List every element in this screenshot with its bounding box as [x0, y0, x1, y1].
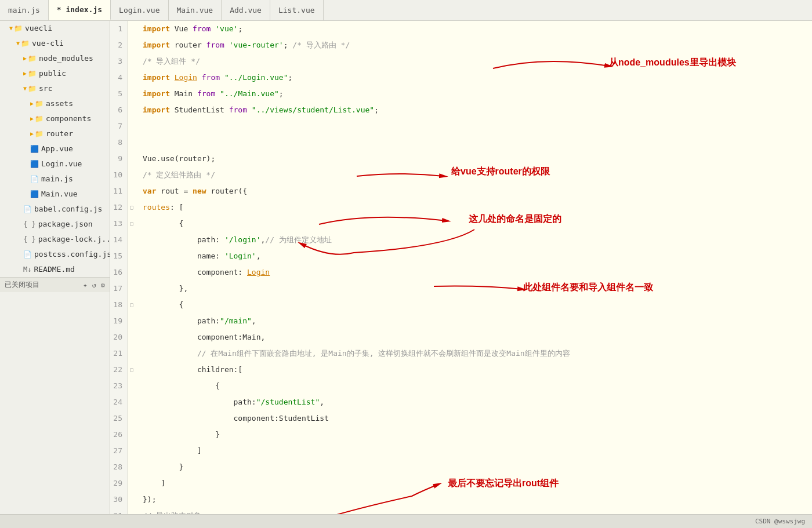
file-tree: ▼ 📁 vuecli ▼ 📁 vue-cli ▶ 📁 node_modules … [0, 21, 110, 277]
line-number: 14 [110, 232, 128, 248]
line-number: 27 [110, 443, 128, 459]
collapse-btn[interactable]: ▢ [128, 199, 136, 216]
sidebar-item-src[interactable]: ▼ 📁 src [0, 81, 110, 96]
code-editor[interactable]: 1import Vue from 'vue';2import router fr… [110, 21, 812, 514]
line-content: path:"/studentList", [136, 394, 324, 410]
code-line-27: 27 ] [110, 443, 812, 459]
line-content: // 导出路由对象 [136, 508, 201, 514]
line-content: component:Main, [136, 329, 265, 345]
sidebar-item-vuecli[interactable]: ▼ 📁 vuecli [0, 21, 110, 36]
tab-main-js[interactable]: main.js [0, 0, 49, 20]
line-number: 7 [110, 118, 128, 134]
code-line-15: 15 name: 'Login', [110, 248, 812, 264]
sidebar-item-readme[interactable]: M↓ README.md [0, 262, 110, 277]
tab-login-vue[interactable]: Login.vue [111, 0, 168, 20]
sidebar-bottom-icons: ✦ ↺ ⚙ [83, 281, 105, 289]
line-content: import Vue from 'vue'; [136, 21, 242, 37]
code-line-16: 16 component: Login [110, 264, 812, 281]
line-number: 10 [110, 167, 128, 183]
arrow-icon: ▼ [16, 37, 20, 50]
status-bar: CSDN @wswsjwg [0, 514, 812, 528]
sidebar-item-main-vue[interactable]: 🟦 Main.vue [0, 187, 110, 202]
line-number: 6 [110, 102, 128, 118]
annotation-naming: 这几处的命名是固定的 [469, 213, 561, 225]
sidebar-item-router[interactable]: ▶ 📁 router [0, 126, 110, 141]
line-number: 25 [110, 410, 128, 427]
tab-add-vue[interactable]: Add.vue [222, 0, 270, 20]
sidebar-item-public[interactable]: ▶ 📁 public [0, 66, 110, 81]
line-number: 18 [110, 297, 128, 313]
sidebar-item-vue-cli[interactable]: ▼ 📁 vue-cli [0, 36, 110, 51]
code-line-18: 18▢ { [110, 297, 812, 313]
line-number: 1 [110, 21, 128, 37]
sidebar: ▼ 📁 vuecli ▼ 📁 vue-cli ▶ 📁 node_modules … [0, 21, 110, 514]
line-content: } [136, 459, 183, 475]
annotation-vue-router: 给vue支持router的权限 [451, 166, 550, 178]
tab-index-js[interactable]: * index.js [49, 0, 111, 20]
line-number: 3 [110, 53, 128, 70]
sidebar-item-package-lock[interactable]: { } package-lock.j... [0, 232, 110, 247]
line-content: // 在Main组件下面嵌套路由地址, 是Main的子集, 这样切换组件就不会刷… [136, 345, 570, 362]
arrow-icon: ▶ [30, 112, 34, 125]
folder-icon: 📁 [35, 112, 44, 125]
sidebar-item-assets[interactable]: ▶ 📁 assets [0, 96, 110, 111]
code-line-22: 22▢ children:[ [110, 362, 812, 378]
status-text: CSDN @wswsjwg [755, 518, 805, 525]
line-content: children:[ [136, 362, 242, 378]
line-content: import Login from "../Login.vue"; [136, 70, 292, 86]
sidebar-item-node-modules[interactable]: ▶ 📁 node_modules [0, 51, 110, 66]
tab-main-vue[interactable]: Main.vue [169, 0, 222, 20]
line-content: import Main from "../Main.vue"; [136, 86, 284, 102]
settings-icon[interactable]: ⚙ [101, 281, 105, 289]
sidebar-item-package-json[interactable]: { } package.json [0, 217, 110, 232]
collapse-btn[interactable]: ▢ [128, 362, 136, 378]
file-icon: { } [23, 233, 36, 246]
arrow-icon: ▼ [23, 82, 27, 95]
line-content: path: '/login',// 为组件定义地址 [136, 232, 332, 248]
folder-icon: 📁 [28, 52, 37, 65]
sidebar-item-main-js[interactable]: 📄 main.js [0, 172, 110, 187]
annotation-component-name: 此处组件名要和导入组件名一致 [523, 282, 653, 294]
sidebar-item-postcss[interactable]: 📄 postcss.config.js [0, 247, 110, 262]
line-content: component:StudentList [136, 410, 329, 427]
annotation-node-modules: 从node_moudules里导出模块 [609, 57, 736, 69]
collapse-btn[interactable]: ▢ [128, 216, 136, 232]
folder-icon: 📁 [28, 82, 37, 95]
file-icon: 📄 [23, 248, 32, 261]
line-number: 31 [110, 508, 128, 514]
line-content: { [136, 378, 220, 394]
file-icon: 🟦 [30, 158, 39, 170]
folder-icon: 📁 [35, 97, 44, 110]
line-number: 28 [110, 459, 128, 475]
code-line-17: 17 }, [110, 281, 812, 297]
refresh-icon[interactable]: ↺ [92, 281, 96, 289]
line-content: path:"/main", [136, 313, 256, 329]
line-number: 9 [110, 151, 128, 167]
line-content: ] [136, 475, 165, 491]
sidebar-item-components[interactable]: ▶ 📁 components [0, 111, 110, 126]
code-line-21: 21 // 在Main组件下面嵌套路由地址, 是Main的子集, 这样切换组件就… [110, 345, 812, 362]
code-line-7: 7 [110, 118, 812, 134]
code-line-19: 19 path:"/main", [110, 313, 812, 329]
sidebar-item-babel[interactable]: 📄 babel.config.js [0, 202, 110, 217]
folder-icon: 📁 [28, 67, 37, 80]
line-number: 4 [110, 70, 128, 86]
code-line-12: 12▢routes: [ [110, 199, 812, 216]
file-icon: 🟦 [30, 188, 39, 201]
line-content: routes: [ [136, 199, 183, 216]
code-line-9: 9Vue.use(router); [110, 151, 812, 167]
line-content: } [136, 427, 220, 443]
tab-list-vue[interactable]: List.vue [270, 0, 324, 20]
code-line-31: 31// 导出路由对象 [110, 508, 812, 514]
line-number: 23 [110, 378, 128, 394]
line-number: 26 [110, 427, 128, 443]
line-content: component: Login [136, 264, 270, 281]
add-icon[interactable]: ✦ [83, 281, 87, 289]
code-line-20: 20 component:Main, [110, 329, 812, 345]
line-number: 21 [110, 345, 128, 362]
collapse-btn[interactable]: ▢ [128, 297, 136, 313]
line-content: Vue.use(router); [136, 151, 220, 167]
sidebar-item-login-vue[interactable]: 🟦 Login.vue [0, 156, 110, 172]
code-line-28: 28 } [110, 459, 812, 475]
sidebar-item-app-vue[interactable]: 🟦 App.vue [0, 141, 110, 156]
